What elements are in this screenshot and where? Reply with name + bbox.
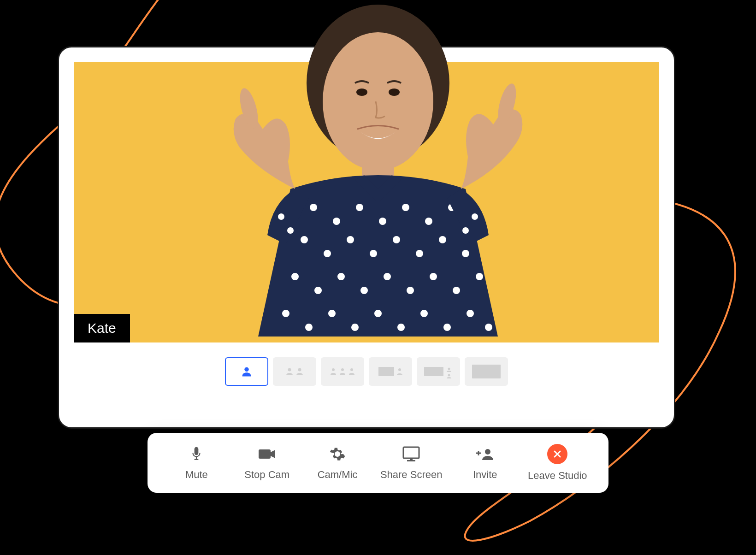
svg-point-13	[323, 32, 433, 171]
svg-rect-58	[259, 449, 271, 459]
svg-rect-60	[410, 458, 413, 460]
svg-point-41	[328, 310, 336, 317]
svg-point-34	[384, 273, 391, 280]
svg-point-24	[347, 236, 354, 243]
svg-point-37	[453, 287, 460, 294]
svg-point-20	[425, 218, 432, 225]
svg-point-27	[416, 250, 423, 257]
svg-point-51	[278, 213, 284, 220]
svg-point-17	[356, 204, 363, 211]
camera-icon	[258, 445, 276, 463]
svg-point-55	[356, 89, 367, 96]
mute-button[interactable]: Mute	[169, 445, 224, 481]
svg-point-29	[462, 250, 469, 257]
svg-point-33	[360, 287, 368, 294]
share-label: Share Screen	[380, 469, 443, 481]
invite-icon	[476, 445, 494, 463]
svg-point-38	[476, 273, 483, 280]
svg-point-28	[439, 236, 446, 243]
leave-label: Leave Studio	[528, 470, 587, 482]
close-icon	[547, 444, 567, 464]
svg-point-56	[389, 89, 400, 96]
svg-point-15	[310, 204, 317, 211]
share-screen-button[interactable]: Share Screen	[380, 445, 443, 481]
svg-point-52	[287, 227, 294, 234]
camera-label: Stop Cam	[244, 469, 289, 481]
mic-icon	[187, 445, 206, 463]
svg-point-40	[305, 324, 313, 331]
svg-rect-59	[403, 447, 419, 458]
svg-point-42	[351, 324, 359, 331]
invite-button[interactable]: Invite	[457, 445, 513, 481]
svg-point-18	[379, 218, 386, 225]
svg-rect-61	[407, 460, 415, 461]
svg-point-23	[324, 250, 331, 257]
svg-point-16	[333, 218, 340, 225]
svg-point-36	[430, 273, 437, 280]
svg-point-25	[370, 250, 377, 257]
svg-point-32	[337, 273, 345, 280]
svg-point-31	[314, 287, 322, 294]
participant-video-silhouette	[166, 0, 590, 396]
svg-point-62	[485, 449, 490, 455]
svg-point-47	[467, 310, 474, 317]
leave-button[interactable]: Leave Studio	[528, 444, 587, 482]
screen-icon	[402, 445, 420, 463]
svg-point-44	[397, 324, 405, 331]
invite-label: Invite	[473, 469, 497, 481]
svg-point-46	[443, 324, 451, 331]
camera-button[interactable]: Stop Cam	[239, 445, 295, 481]
svg-point-35	[407, 287, 414, 294]
svg-point-39	[282, 310, 289, 317]
svg-point-19	[402, 204, 409, 211]
participant-name: Kate	[88, 320, 116, 336]
svg-point-45	[420, 310, 428, 317]
svg-point-53	[472, 213, 478, 220]
control-toolbar: Mute Stop Cam Cam/Mic Share Screen	[148, 433, 608, 493]
settings-label: Cam/Mic	[318, 469, 358, 481]
svg-point-26	[393, 236, 400, 243]
svg-point-48	[485, 324, 492, 331]
mute-label: Mute	[185, 469, 208, 481]
svg-point-43	[374, 310, 382, 317]
svg-rect-57	[195, 447, 199, 455]
participant-name-tag: Kate	[74, 314, 130, 342]
svg-point-30	[291, 273, 299, 280]
svg-point-22	[301, 236, 308, 243]
svg-point-54	[462, 227, 469, 234]
gear-icon	[328, 445, 347, 463]
settings-button[interactable]: Cam/Mic	[310, 445, 365, 481]
